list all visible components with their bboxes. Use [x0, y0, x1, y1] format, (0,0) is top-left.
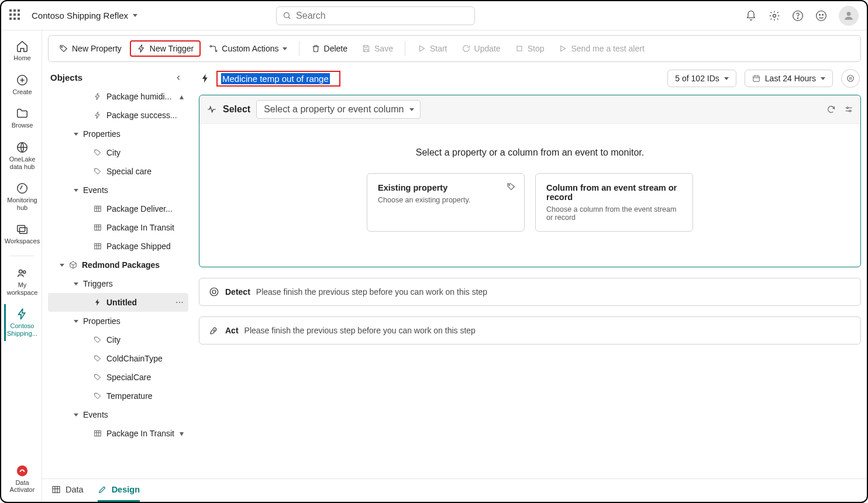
tree-group-triggers[interactable]: Triggers — [48, 274, 188, 293]
rail-contoso-shipping[interactable]: Contoso Shipping... — [4, 304, 39, 340]
search-input[interactable]: Search — [276, 6, 475, 25]
property-item[interactable]: City — [48, 143, 188, 162]
rail-browse[interactable]: Browse — [4, 104, 39, 133]
new-trigger-button[interactable]: New Trigger — [130, 40, 201, 57]
bolt-icon — [16, 308, 29, 321]
onelake-icon — [16, 141, 29, 154]
object-redmond[interactable]: Redmond Packages — [48, 256, 188, 274]
smiley-icon[interactable] — [815, 10, 827, 22]
svg-point-0 — [284, 13, 290, 18]
trigger-item[interactable]: Package success... — [48, 106, 188, 125]
bell-icon[interactable] — [745, 10, 757, 22]
event-item[interactable]: Package Shipped — [48, 237, 188, 256]
rail-home[interactable]: Home — [4, 36, 39, 66]
svg-point-16 — [19, 270, 23, 274]
trigger-icon — [137, 44, 146, 53]
rail-my-workspace[interactable]: My workspace — [4, 263, 39, 299]
tag-icon — [94, 392, 102, 400]
svg-point-21 — [216, 50, 218, 52]
calendar-icon — [752, 74, 760, 82]
play-icon — [417, 44, 426, 53]
rail-data-activator[interactable]: Data Activator — [4, 461, 39, 502]
svg-point-13 — [18, 184, 27, 194]
tag-icon — [94, 167, 102, 175]
pause-icon — [846, 74, 855, 82]
more-icon[interactable]: ⋯ — [175, 298, 184, 307]
chevron-down-icon — [133, 14, 137, 17]
trash-icon — [311, 44, 321, 53]
property-item[interactable]: ColdChainType — [48, 349, 188, 368]
event-item[interactable]: Package In Transit — [48, 218, 188, 237]
property-item[interactable]: Temperature — [48, 387, 188, 405]
app-title-text: Contoso Shipping Reflex — [32, 11, 128, 20]
waffle-icon[interactable] — [9, 9, 22, 22]
svg-rect-15 — [19, 228, 27, 234]
new-property-button[interactable]: New Property — [53, 40, 128, 57]
rail-monitoring[interactable]: Monitoring hub — [4, 178, 39, 215]
trigger-item[interactable]: Package humidi...▴ — [48, 87, 188, 106]
event-item[interactable]: Package Deliver... — [48, 199, 188, 218]
card-column-from-event[interactable]: Column from an event stream or record Ch… — [535, 173, 693, 232]
table-icon — [94, 429, 102, 437]
rail-onelake[interactable]: OneLake data hub — [4, 137, 39, 174]
step-detect: Detect Please finish the previous step b… — [199, 278, 861, 306]
ids-filter-chip[interactable]: 5 of 102 IDs — [667, 70, 736, 87]
tree-group-events[interactable]: Events — [48, 181, 188, 199]
tag-icon — [59, 44, 68, 53]
svg-point-6 — [819, 14, 821, 15]
data-activator-icon — [16, 464, 29, 477]
stop-icon — [515, 44, 524, 53]
svg-point-43 — [848, 75, 854, 82]
pause-button[interactable] — [841, 69, 860, 88]
app-title-dropdown[interactable]: Contoso Shipping Reflex — [32, 11, 137, 20]
card-existing-property[interactable]: Existing property Choose an existing pro… — [367, 173, 525, 232]
svg-point-18 — [17, 466, 27, 476]
delete-button[interactable]: Delete — [305, 40, 353, 57]
tag-icon — [507, 182, 516, 191]
table-icon — [51, 485, 61, 494]
tree-group-properties[interactable]: Properties — [48, 312, 188, 330]
property-item[interactable]: SpecialCare — [48, 368, 188, 387]
home-icon — [16, 40, 29, 53]
flow-icon — [209, 44, 218, 53]
tree-group-properties[interactable]: Properties — [48, 125, 188, 143]
tab-data[interactable]: Data — [51, 479, 84, 502]
gear-icon[interactable] — [769, 10, 780, 22]
avatar[interactable] — [839, 6, 859, 26]
rail-workspaces[interactable]: Workspaces — [4, 219, 39, 249]
svg-rect-27 — [95, 225, 101, 230]
tag-icon — [94, 354, 102, 363]
svg-point-8 — [847, 12, 851, 16]
step-select: Select Select a property or event column… — [199, 95, 861, 267]
tree-group-events[interactable]: Events — [48, 405, 188, 424]
custom-actions-button[interactable]: Custom Actions — [203, 40, 292, 57]
trigger-untitled[interactable]: Untitled⋯ — [48, 293, 188, 312]
chevron-down-icon — [74, 282, 78, 285]
svg-point-2 — [773, 14, 776, 17]
settings-slider-icon[interactable] — [844, 105, 853, 114]
tag-icon — [94, 373, 102, 381]
collapse-icon[interactable] — [174, 74, 182, 82]
table-icon — [94, 205, 102, 213]
chevron-down-icon — [74, 189, 78, 192]
refresh-icon — [461, 44, 471, 53]
property-item[interactable]: City — [48, 330, 188, 349]
undo-icon[interactable] — [826, 105, 836, 114]
plus-circle-icon — [16, 74, 29, 87]
event-item[interactable]: Package In Transit▾ — [48, 424, 188, 443]
svg-rect-31 — [95, 243, 101, 249]
select-property-dropdown[interactable]: Select a property or event column — [256, 100, 421, 119]
property-item[interactable]: Special care — [48, 162, 188, 181]
workspaces-icon — [16, 223, 29, 236]
rail-create[interactable]: Create — [4, 70, 39, 99]
help-icon[interactable] — [792, 10, 804, 22]
svg-point-19 — [61, 46, 63, 47]
svg-point-17 — [23, 271, 26, 273]
time-range-chip[interactable]: Last 24 Hours — [745, 70, 833, 87]
trigger-name-input[interactable]: Medicine temp out of range — [216, 71, 340, 87]
tab-design[interactable]: Design — [98, 479, 140, 502]
cube-icon — [69, 261, 77, 269]
objects-tree[interactable]: Package humidi...▴ Package success... Pr… — [48, 87, 188, 478]
svg-rect-14 — [18, 226, 25, 232]
send-icon — [558, 44, 567, 53]
